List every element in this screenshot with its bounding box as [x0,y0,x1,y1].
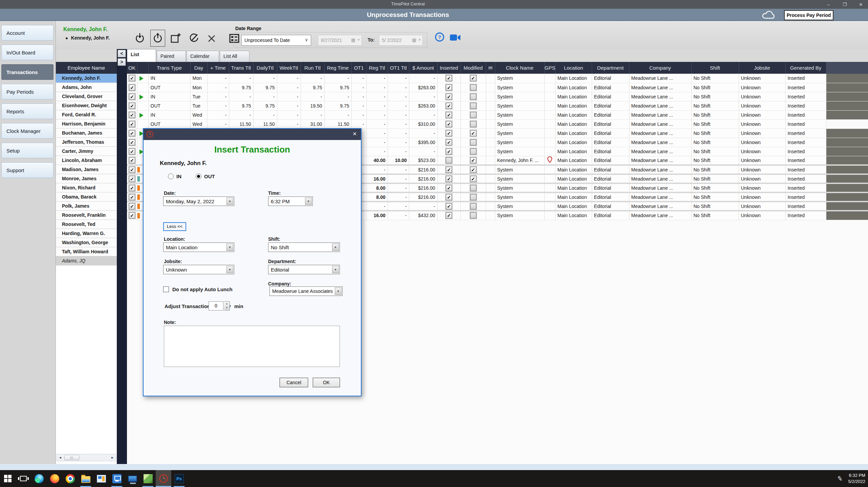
inserted-checkbox[interactable]: ✓ [446,121,452,127]
column-header-ot1[interactable]: OT1 [351,62,366,74]
modified-checkbox[interactable] [470,185,476,191]
column-header-trans_type[interactable]: Trans Type [148,62,190,74]
less-toggle-button[interactable]: Less << [163,222,186,231]
sidebar-item-clock-manager[interactable]: Clock Manager [1,123,53,139]
timepilot-icon[interactable] [156,470,171,487]
modified-checkbox[interactable] [470,103,476,109]
pen-icon[interactable]: ✎ [837,474,844,483]
modified-checkbox[interactable] [470,121,476,127]
employee-row[interactable]: Kennedy, John F. [56,74,117,83]
transaction-row[interactable]: ✓INTue----------✓SystemMain LocationEdit… [127,92,868,101]
sidebar-item-account[interactable]: Account [1,25,53,41]
employee-row[interactable]: Adams, JQ [56,256,117,265]
column-header-ot1_ttl[interactable]: OT1 Ttl [388,62,409,74]
employee-row[interactable]: Madison, James [56,165,117,174]
transaction-row[interactable]: ✓OUTMon-9.759.75-9.759.75---$263.00✓Syst… [127,83,868,92]
modified-checkbox[interactable] [470,194,476,200]
modified-checkbox[interactable]: ✓ [470,130,476,136]
adjust-total-input[interactable]: 0 [209,301,223,310]
inserted-checkbox[interactable]: ✓ [446,212,452,218]
inserted-checkbox[interactable]: ✓ [446,85,452,91]
dropdown-button[interactable]: ▼ [332,266,339,273]
column-header-location[interactable]: Location [555,62,592,74]
column-header-amount[interactable]: $ Amount [409,62,437,74]
inserted-checkbox[interactable]: ✓ [446,167,452,173]
modified-checkbox[interactable]: ✓ [470,157,476,163]
column-header-reg_ttl[interactable]: Reg Ttl [366,62,388,74]
task-view-button[interactable] [16,470,31,487]
modified-checkbox[interactable] [470,85,476,91]
employee-row[interactable]: Eisenhower, Dwight [56,101,117,110]
ok-checkbox[interactable]: ✓ [129,148,135,155]
tab-list[interactable]: List [127,49,156,62]
column-header-jobsite[interactable]: Jobsite [739,62,785,74]
tab-paired[interactable]: Paired [157,51,186,62]
column-header-day[interactable]: Day [190,62,207,74]
employee-row[interactable]: Jefferson, Thomas [56,138,117,147]
department-combobox[interactable]: Editorial ▼ [268,265,340,274]
photoshop-icon[interactable]: Ps [171,470,187,487]
column-header-ok[interactable]: OK [127,62,137,74]
date-from-field[interactable]: 8/27/2021 ▦ ▼ [318,35,362,46]
company-combobox[interactable]: Meadowrue Lane Associates ▼ [269,286,343,296]
dropdown-button[interactable]: ▼ [226,266,233,273]
scroll-left-icon[interactable]: ◄ [57,456,64,459]
ok-checkbox[interactable]: ✓ [129,203,135,209]
employee-row[interactable]: Roosevelt, Franklin [56,211,117,220]
column-header-run_ttl[interactable]: Run Ttl [301,62,324,74]
employee-row[interactable]: Polk, James [56,202,117,211]
employee-row[interactable]: Nixon, Richard [56,183,117,192]
video-camera-icon[interactable] [450,34,461,43]
inserted-checkbox[interactable]: ✓ [446,75,452,81]
checkbox-box[interactable] [163,286,169,292]
ok-checkbox[interactable]: ✓ [129,212,135,218]
sidebar-item-pay-periods[interactable]: Pay Periods [1,84,53,99]
scroll-right-icon[interactable]: ► [109,456,116,459]
delete-transaction-icon[interactable] [204,30,219,47]
transaction-row[interactable]: ✓OUTWed-11.5011.50-31.0011.50---$310.00✓… [127,119,868,129]
jobsite-combobox[interactable]: Unknown ▼ [163,265,234,274]
column-header-plus_time[interactable]: + Time [207,62,229,74]
dropdown-button[interactable]: ▼ [226,244,233,251]
collapse-left-button[interactable]: < [117,50,126,57]
column-header-department[interactable]: Department [592,62,629,74]
column-header-mail-icon[interactable]: ✉ [486,62,495,74]
inserted-checkbox[interactable]: ✓ [446,139,452,145]
close-button[interactable]: ✕ [857,2,865,7]
inserted-checkbox[interactable]: ✓ [446,94,452,100]
auto-lunch-checkbox[interactable]: Do not apply Auto Lunch [163,286,233,292]
employee-row[interactable]: Washington, George [56,238,117,247]
radio-in[interactable]: IN [168,173,181,179]
radio-in-circle[interactable] [168,173,174,179]
spin-up-icon[interactable]: ▲ [224,302,230,306]
employee-row[interactable]: Ford, Gerald R. [56,110,117,119]
dropdown-button[interactable]: ▼ [305,198,312,205]
modified-checkbox[interactable]: ✓ [470,75,476,81]
modified-checkbox[interactable] [470,139,476,145]
employee-row[interactable]: Buchanan, James [56,129,117,138]
inserted-checkbox[interactable]: ✓ [446,203,452,209]
employee-row[interactable]: Cleveland, Grover [56,92,117,101]
employee-row[interactable]: Adams, John [56,83,117,92]
time-combobox[interactable]: 6:32 PM ▼ [268,196,313,206]
inserted-checkbox[interactable]: ✓ [446,148,452,155]
modified-checkbox[interactable] [470,112,476,118]
modified-checkbox[interactable]: ✓ [470,167,476,173]
modified-checkbox[interactable] [470,94,476,100]
note-textarea[interactable] [164,326,340,367]
cancel-button[interactable]: Cancel [280,378,308,387]
spin-down-icon[interactable]: ▼ [224,306,230,310]
dropdown-button[interactable]: ▼ [332,244,339,251]
ok-checkbox[interactable]: ✓ [129,139,135,145]
column-header-reg_time[interactable]: Reg Time [324,62,351,74]
transaction-row[interactable]: ✓INWed----------✓SystemMain LocationEdit… [127,110,868,119]
ok-button[interactable]: OK [313,378,340,387]
ok-checkbox[interactable]: ✓ [129,85,135,91]
dropdown-button[interactable]: ▼ [335,287,342,295]
date-to-field[interactable]: 5/ 2/2022 ▦ ▼ [379,35,423,46]
ok-checkbox[interactable]: ✓ [129,94,135,100]
pc-monitor-icon[interactable] [125,470,140,487]
ok-checkbox[interactable]: ✓ [129,194,135,200]
firefox-icon[interactable] [47,470,62,487]
inserted-checkbox[interactable]: ✓ [446,176,452,182]
